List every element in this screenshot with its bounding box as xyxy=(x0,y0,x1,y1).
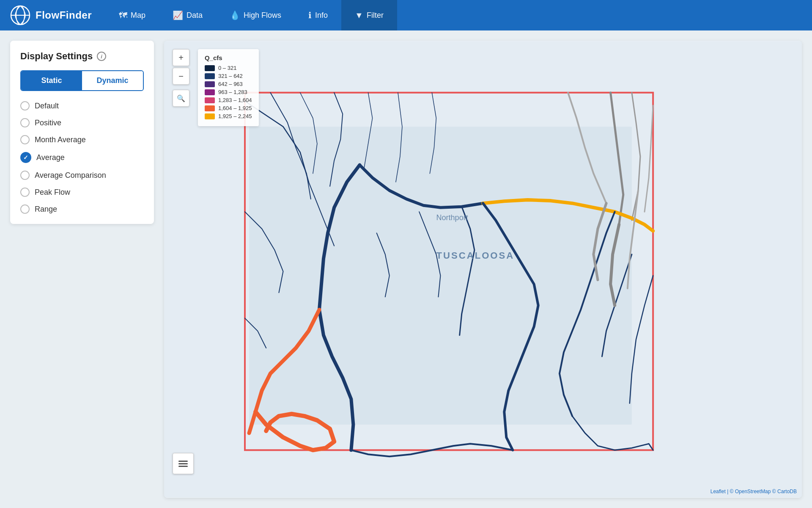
nav-data[interactable]: 📈 Data xyxy=(159,0,216,30)
legend-label-1: 321 – 642 xyxy=(218,73,243,79)
radio-average-comparison[interactable]: Average Comparison xyxy=(20,171,144,180)
legend-item-5: 1,604 – 1,925 xyxy=(205,105,252,111)
nav-info[interactable]: ℹ Info xyxy=(295,0,341,30)
legend-label-4: 1,283 – 1,604 xyxy=(218,97,252,103)
legend-label-3: 963 – 1,283 xyxy=(218,89,247,95)
nav-map[interactable]: 🗺 Map xyxy=(105,0,159,30)
radio-peak-flow[interactable]: Peak Flow xyxy=(20,188,144,197)
legend-title: Q_cfs xyxy=(205,54,252,61)
legend-color-5 xyxy=(205,105,215,111)
legend-color-0 xyxy=(205,65,215,71)
legend-label-5: 1,604 – 1,925 xyxy=(218,105,252,111)
svg-rect-11 xyxy=(178,461,188,462)
map-background: Northport TUSCALOOSA + − 🔍 Q_cfs 0 – 321… xyxy=(164,41,802,498)
radio-range-label: Range xyxy=(35,205,57,214)
nav-filter[interactable]: ▼ Filter xyxy=(341,0,397,30)
legend-color-2 xyxy=(205,81,215,87)
radio-range[interactable]: Range xyxy=(20,204,144,214)
radio-default[interactable]: Default xyxy=(20,101,144,110)
map-svg: Northport TUSCALOOSA xyxy=(164,41,802,498)
nav-map-label: Map xyxy=(131,11,145,20)
sidebar-title-row: Display Settings i xyxy=(20,51,144,62)
radio-peak-flow-circle xyxy=(20,188,30,197)
navbar: FlowFinder 🗺 Map 📈 Data 💧 High Flows ℹ I… xyxy=(0,0,812,30)
svg-text:TUSCALOOSA: TUSCALOOSA xyxy=(436,250,514,261)
data-icon: 📈 xyxy=(173,10,183,20)
legend-item-4: 1,283 – 1,604 xyxy=(205,97,252,103)
radio-average-checked-circle xyxy=(20,152,31,163)
map-icon: 🗺 xyxy=(119,11,127,20)
nav-highflows[interactable]: 💧 High Flows xyxy=(216,0,295,30)
radio-default-label: Default xyxy=(35,102,59,110)
nav-items: 🗺 Map 📈 Data 💧 High Flows ℹ Info ▼ Filte… xyxy=(105,0,397,30)
display-mode-toggle: Static Dynamic xyxy=(20,70,144,91)
dynamic-toggle-btn[interactable]: Dynamic xyxy=(82,71,143,90)
nav-filter-label: Filter xyxy=(367,11,384,20)
zoom-out-button[interactable]: − xyxy=(173,68,189,85)
radio-month-average-label: Month Average xyxy=(35,135,86,144)
radio-average-comparison-circle xyxy=(20,171,30,180)
legend-color-1 xyxy=(205,73,215,79)
legend-item-3: 963 – 1,283 xyxy=(205,89,252,95)
sidebar-title: Display Settings xyxy=(20,51,93,62)
radio-month-average-circle xyxy=(20,135,30,144)
search-location-button[interactable]: 🔍 xyxy=(173,90,189,107)
legend-label-2: 642 – 963 xyxy=(218,81,243,87)
radio-positive-label: Positive xyxy=(35,119,61,127)
svg-rect-9 xyxy=(178,466,188,467)
map-legend: Q_cfs 0 – 321 321 – 642 642 – 963 963 – … xyxy=(198,49,259,126)
legend-item-1: 321 – 642 xyxy=(205,73,252,79)
legend-item-6: 1,925 – 2,245 xyxy=(205,113,252,119)
svg-text:Northport: Northport xyxy=(436,213,468,222)
main-content: Display Settings i Static Dynamic Defaul… xyxy=(0,30,812,508)
app-logo[interactable]: FlowFinder xyxy=(10,5,92,25)
legend-color-3 xyxy=(205,89,215,95)
radio-average-label: Average xyxy=(36,153,65,162)
radio-month-average[interactable]: Month Average xyxy=(20,135,144,144)
nav-info-label: Info xyxy=(315,11,328,20)
radio-range-circle xyxy=(20,204,30,214)
map-attribution: Leaflet | © OpenStreetMap © CartoDB xyxy=(710,489,797,494)
sidebar: Display Settings i Static Dynamic Defaul… xyxy=(10,41,154,224)
nav-highflows-label: High Flows xyxy=(244,11,281,20)
radio-options-list: Default Positive Month Average Average A… xyxy=(20,101,144,214)
legend-item-0: 0 – 321 xyxy=(205,65,252,71)
highflows-icon: 💧 xyxy=(230,10,240,20)
radio-positive[interactable]: Positive xyxy=(20,118,144,127)
static-toggle-btn[interactable]: Static xyxy=(21,71,82,90)
radio-positive-circle xyxy=(20,118,30,127)
nav-data-label: Data xyxy=(187,11,203,20)
zoom-in-button[interactable]: + xyxy=(173,49,189,66)
radio-average-comparison-label: Average Comparison xyxy=(35,171,106,180)
svg-rect-10 xyxy=(178,463,188,464)
filter-icon: ▼ xyxy=(355,11,363,20)
legend-color-4 xyxy=(205,97,215,103)
radio-default-circle xyxy=(20,101,30,110)
display-settings-info-icon[interactable]: i xyxy=(97,52,106,61)
layer-toggle-button[interactable] xyxy=(173,453,194,474)
legend-label-6: 1,925 – 2,245 xyxy=(218,113,252,119)
radio-average[interactable]: Average xyxy=(20,152,144,163)
info-icon: ℹ xyxy=(308,10,312,20)
attribution-text: Leaflet | © OpenStreetMap © CartoDB xyxy=(710,489,797,494)
map-container[interactable]: Northport TUSCALOOSA + − 🔍 Q_cfs 0 – 321… xyxy=(164,41,802,498)
legend-label-0: 0 – 321 xyxy=(218,65,236,71)
radio-peak-flow-label: Peak Flow xyxy=(35,188,70,197)
map-controls: + − 🔍 xyxy=(173,49,189,107)
app-name: FlowFinder xyxy=(36,9,92,21)
legend-color-6 xyxy=(205,113,215,119)
legend-item-2: 642 – 963 xyxy=(205,81,252,87)
